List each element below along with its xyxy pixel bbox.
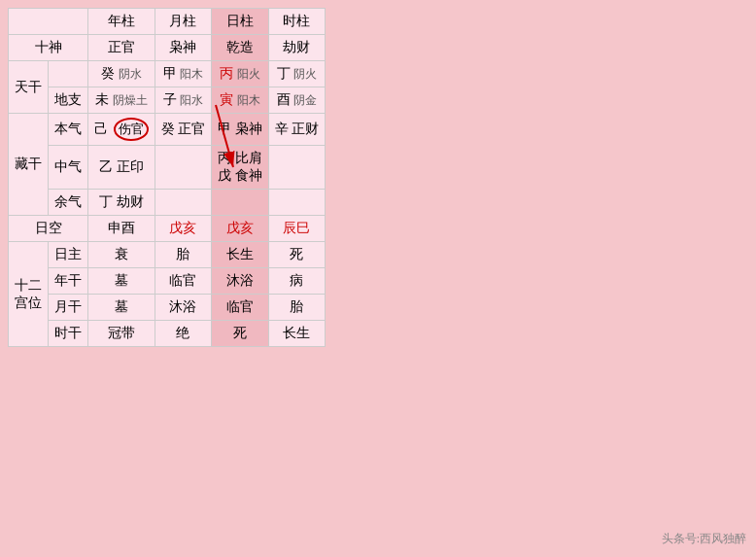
dizhi-ri: 寅 阳木 bbox=[212, 87, 269, 114]
yuqi-shi bbox=[268, 190, 326, 216]
benqi-nian-char: 己 bbox=[94, 122, 108, 136]
gongwei-0-ri: 长生 bbox=[212, 242, 269, 268]
zhongqi-row: 中气 乙 正印 丙 比肩 戊 食神 bbox=[9, 146, 326, 190]
benqi-yue-role: 正官 bbox=[178, 122, 205, 136]
empty-header bbox=[9, 9, 88, 35]
bazi-table: 年柱 月柱 日柱 时柱 十神 正官 枭神 乾造 劫财 天干 癸 阴水 甲 阳木 … bbox=[8, 8, 326, 347]
gongwei-1-nian: 墓 bbox=[88, 268, 155, 295]
yuqi-ri bbox=[212, 190, 269, 216]
gongwei-1-shi: 病 bbox=[268, 268, 326, 295]
tiangan-shi-nature: 阴火 bbox=[293, 67, 317, 81]
gongwei-row-3: 时干 冠带 绝 死 长生 bbox=[9, 321, 326, 347]
gongwei-2-nian: 墓 bbox=[88, 295, 155, 321]
tiangan-ri-char: 丙 bbox=[220, 66, 233, 81]
tiangan-nian-char: 癸 bbox=[101, 66, 115, 81]
rikong-row: 日空 申酉 戊亥 戊亥 辰巳 bbox=[9, 216, 326, 242]
gongwei-1-ri: 沐浴 bbox=[212, 268, 269, 295]
tiangan-label: 天干 bbox=[9, 61, 49, 114]
shishen-shi: 劫财 bbox=[268, 35, 326, 61]
zhongqi-nian-role: 正印 bbox=[117, 159, 144, 174]
dizhi-ri-nature: 阳木 bbox=[237, 93, 260, 107]
tiangan-yue: 甲 阳木 bbox=[155, 61, 212, 87]
rikong-ri: 戊亥 bbox=[212, 216, 269, 242]
gongwei-row-1: 年干 墓 临官 沐浴 病 bbox=[9, 268, 326, 295]
dizhi-row: 地支 未 阴燥土 子 阳水 寅 阳木 酉 阴金 bbox=[9, 87, 326, 114]
gongwei-yuegan-label: 月干 bbox=[49, 295, 88, 321]
zhongqi-nian-char: 乙 bbox=[99, 159, 113, 174]
benqi-shi-char: 辛 bbox=[275, 122, 289, 136]
zhongqi-ri-line2: 戊 食神 bbox=[218, 167, 262, 185]
gongwei-niangan-label: 年干 bbox=[49, 268, 88, 295]
tiangan-sublabel bbox=[49, 61, 88, 87]
col-header-nian: 年柱 bbox=[88, 9, 155, 35]
shishen-row: 十神 正官 枭神 乾造 劫财 bbox=[9, 35, 326, 61]
zhongqi-yue bbox=[155, 146, 212, 190]
benqi-shi: 辛 正财 bbox=[268, 114, 326, 146]
header-row: 年柱 月柱 日柱 时柱 bbox=[9, 9, 326, 35]
gongwei-2-yue: 沐浴 bbox=[155, 295, 212, 321]
gongwei-3-yue: 绝 bbox=[155, 321, 212, 347]
rikong-nian: 申酉 bbox=[88, 216, 155, 242]
dizhi-ri-char: 寅 bbox=[220, 92, 233, 107]
canggan-label: 藏干 bbox=[9, 114, 49, 216]
yuqi-nian: 丁 劫财 bbox=[88, 190, 155, 216]
tiangan-nian-nature: 阴水 bbox=[119, 67, 142, 81]
gongwei-3-nian: 冠带 bbox=[88, 321, 155, 347]
benqi-ri-role: 枭神 bbox=[235, 122, 262, 136]
gongwei-0-shi: 死 bbox=[268, 242, 326, 268]
tiangan-row: 天干 癸 阴水 甲 阳木 丙 阳火 丁 阴火 bbox=[9, 61, 326, 87]
gongwei-row-2: 月干 墓 沐浴 临官 胎 bbox=[9, 295, 326, 321]
benqi-row: 藏干 本气 己 伤官 癸 正官 甲 枭神 辛 正财 bbox=[9, 114, 326, 146]
col-header-ri: 日柱 bbox=[212, 9, 269, 35]
zhongqi-nian: 乙 正印 bbox=[88, 146, 155, 190]
col-header-shi: 时柱 bbox=[268, 9, 326, 35]
tiangan-ri: 丙 阳火 bbox=[212, 61, 269, 87]
yuqi-nian-char: 丁 bbox=[99, 194, 113, 209]
benqi-yue: 癸 正官 bbox=[155, 114, 212, 146]
yuqi-label: 余气 bbox=[49, 190, 88, 216]
shishen-yue: 枭神 bbox=[155, 35, 212, 61]
zhongqi-ri-line1: 丙 比肩 bbox=[218, 150, 262, 167]
gongwei-3-ri: 死 bbox=[212, 321, 269, 347]
yuqi-yue bbox=[155, 190, 212, 216]
dizhi-shi-char: 酉 bbox=[277, 92, 291, 107]
gongwei-label: 十二 宫位 bbox=[9, 242, 49, 347]
rikong-yue: 戊亥 bbox=[155, 216, 212, 242]
zhongqi-ri: 丙 比肩 戊 食神 bbox=[212, 146, 269, 190]
zhongqi-label: 中气 bbox=[49, 146, 88, 190]
dizhi-yue: 子 阳水 bbox=[155, 87, 212, 114]
shishen-label: 十神 bbox=[9, 35, 88, 61]
tiangan-ri-nature: 阳火 bbox=[237, 67, 260, 81]
gongwei-0-yue: 胎 bbox=[155, 242, 212, 268]
dizhi-yue-char: 子 bbox=[163, 92, 177, 107]
tiangan-shi-char: 丁 bbox=[277, 66, 291, 81]
benqi-ri-char: 甲 bbox=[218, 122, 231, 136]
gongwei-rizhu-label: 日主 bbox=[49, 242, 88, 268]
gongwei-1-yue: 临官 bbox=[155, 268, 212, 295]
benqi-yue-char: 癸 bbox=[161, 122, 175, 136]
shishen-nian: 正官 bbox=[88, 35, 155, 61]
gongwei-2-ri: 临官 bbox=[212, 295, 269, 321]
dizhi-nian-nature: 阴燥土 bbox=[113, 93, 148, 107]
benqi-nian-role-circled: 伤官 bbox=[114, 118, 149, 141]
col-header-yue: 月柱 bbox=[155, 9, 212, 35]
shishen-ri: 乾造 bbox=[212, 35, 269, 61]
gongwei-row-0: 十二 宫位 日主 衰 胎 长生 死 bbox=[9, 242, 326, 268]
rikong-label: 日空 bbox=[9, 216, 88, 242]
tiangan-shi: 丁 阴火 bbox=[268, 61, 326, 87]
benqi-shi-role: 正财 bbox=[292, 122, 319, 136]
dizhi-shi: 酉 阴金 bbox=[268, 87, 326, 114]
dizhi-shi-nature: 阴金 bbox=[293, 93, 317, 107]
yuqi-nian-role: 劫财 bbox=[117, 194, 144, 209]
gongwei-shigan-label: 时干 bbox=[49, 321, 88, 347]
yuqi-row: 余气 丁 劫财 bbox=[9, 190, 326, 216]
benqi-ri: 甲 枭神 bbox=[212, 114, 269, 146]
dizhi-yue-nature: 阳水 bbox=[180, 93, 203, 107]
rikong-shi: 辰巳 bbox=[268, 216, 326, 242]
gongwei-2-shi: 胎 bbox=[268, 295, 326, 321]
tiangan-yue-char: 甲 bbox=[163, 66, 177, 81]
gongwei-3-shi: 长生 bbox=[268, 321, 326, 347]
benqi-nian: 己 伤官 bbox=[88, 114, 155, 146]
gongwei-0-nian: 衰 bbox=[88, 242, 155, 268]
dizhi-label: 地支 bbox=[49, 87, 88, 114]
